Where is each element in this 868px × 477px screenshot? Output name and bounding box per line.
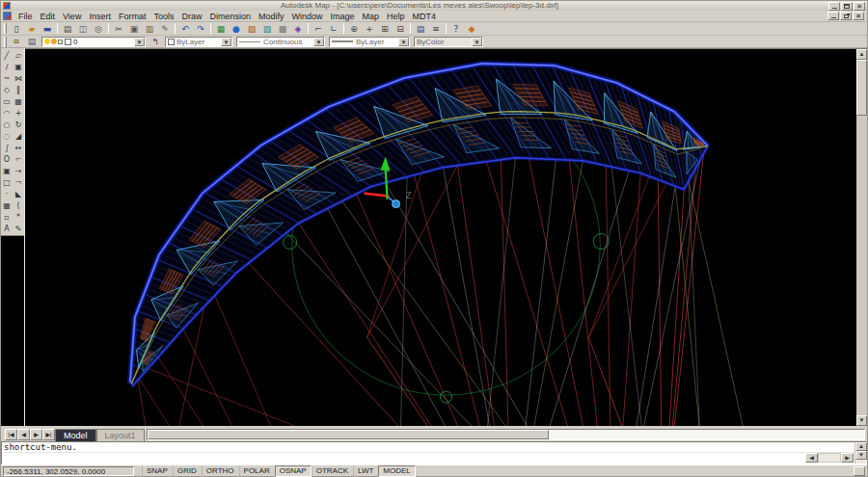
trim-button[interactable]: ⌐ (13, 153, 24, 165)
menu-help[interactable]: Help (383, 11, 409, 22)
menu-dimension[interactable]: Dimension (205, 11, 255, 22)
tab-next-button[interactable]: ▶ (30, 429, 42, 440)
status-toggle-model[interactable]: MODEL (378, 465, 415, 477)
map-query-define-button[interactable]: ▨ (244, 23, 259, 35)
layers-button[interactable]: ≡ (9, 36, 24, 47)
status-toggle-osnap[interactable]: OSNAP (275, 465, 312, 477)
menu-window[interactable]: Window (288, 11, 327, 22)
make-layer-current-button[interactable]: ↰ (148, 36, 163, 47)
menu-mdt4[interactable]: MDT4 (409, 11, 441, 22)
stretch-button[interactable]: ↔ (13, 142, 24, 153)
status-toggle-polar[interactable]: POLAR (239, 465, 275, 477)
help-button[interactable]: ? (448, 23, 464, 35)
construction-line-button[interactable]: ∕ (1, 61, 13, 72)
toolbar-grip[interactable] (4, 37, 7, 47)
rotate-button[interactable]: ↻ (13, 119, 24, 130)
menu-edit[interactable]: Edit (37, 11, 60, 22)
status-toggle-snap[interactable]: SNAP (142, 465, 173, 477)
command-horizontal-scrollbar[interactable]: ◀ ▶ (805, 453, 854, 463)
save-button[interactable]: ▬ (40, 23, 55, 35)
status-toggle-lwt[interactable]: LWT (353, 465, 378, 477)
ellipse-button[interactable]: O (1, 153, 13, 165)
menu-view[interactable]: View (59, 11, 85, 22)
zoom-previous-button[interactable]: ⊟ (393, 23, 408, 35)
circle-button[interactable]: ○ (1, 119, 13, 130)
find-button[interactable]: ◎ (91, 23, 106, 35)
mirror-button[interactable]: ⋈ (13, 72, 24, 84)
map-show-all-button[interactable]: ◈ (290, 23, 306, 35)
explode-button[interactable]: * (13, 211, 24, 223)
menu-tools[interactable]: Tools (149, 11, 177, 22)
move-button[interactable]: + (13, 107, 24, 119)
close-button[interactable]: × (854, 2, 865, 11)
polygon-button[interactable]: ◇ (1, 84, 13, 95)
mdi-minimize-button[interactable] (827, 12, 839, 20)
extend-button[interactable]: → (13, 165, 24, 176)
command-scroll-up-icon[interactable]: ▲ (855, 442, 867, 451)
status-toggle-otrack[interactable]: OTRACK (312, 465, 353, 477)
command-window[interactable]: shortcut-menu. ▲ ▼ ◀ ▶ (1, 441, 867, 464)
polyline-button[interactable]: ~ (1, 72, 13, 84)
match-properties-button[interactable]: ✎ (157, 23, 173, 35)
command-scroll-right-icon[interactable]: ▶ (841, 453, 854, 463)
undo-button[interactable]: ↶ (177, 23, 193, 35)
copy-button[interactable]: ▣ (126, 23, 142, 35)
about-map-button[interactable]: ◆ (464, 23, 479, 35)
linetype-combo[interactable]: Continuous ▼ (236, 37, 325, 47)
layer-states-button[interactable]: ▤ (24, 36, 40, 47)
mdi-close-button[interactable]: × (853, 12, 864, 20)
maximize-button[interactable] (841, 2, 853, 11)
erase-button[interactable]: ▱ (13, 49, 24, 61)
print-button[interactable]: ▤ (60, 23, 75, 35)
canvas-horizontal-scrollbar[interactable] (147, 429, 865, 440)
drawing-canvas[interactable]: Z (25, 48, 856, 426)
hscroll-thumb[interactable] (148, 430, 549, 439)
cut-button[interactable]: ✂ (111, 23, 126, 35)
mdi-restore-button[interactable] (840, 12, 852, 20)
digitize-button[interactable]: ⌐ (311, 23, 326, 35)
tab-previous-button[interactable]: ◀ (17, 429, 30, 440)
insert-block-button[interactable]: ▣ (1, 165, 13, 176)
tab-model[interactable]: Model (55, 429, 96, 441)
menu-format[interactable]: Format (115, 11, 150, 22)
lineweight-combo[interactable]: ByLayer ▼ (329, 37, 410, 47)
ortho-snap-button[interactable]: ∟ (326, 23, 341, 35)
line-button[interactable]: ╱ (1, 49, 13, 61)
scale-button[interactable]: ◢ (13, 130, 24, 142)
minimize-button[interactable] (828, 2, 840, 11)
color-combo[interactable]: ByLayer ▼ (165, 37, 232, 47)
canvas-vertical-scrollbar[interactable]: ▲ ▼ (856, 48, 867, 426)
linetype-dropdown-icon[interactable]: ▼ (313, 38, 324, 46)
make-block-button[interactable]: □ (1, 176, 13, 188)
revision-cloud-button[interactable]: ◌ (1, 130, 13, 142)
status-toggle-ortho[interactable]: ORTHO (202, 465, 239, 477)
map-globe-button[interactable]: ● (229, 23, 244, 35)
zoom-window-button[interactable]: ⊞ (377, 23, 393, 35)
color-dropdown-icon[interactable]: ▼ (221, 38, 231, 46)
toolbar-grip[interactable] (4, 23, 7, 34)
zoom-realtime-button[interactable]: ⊕ (346, 23, 362, 35)
properties-button[interactable]: ▤ (413, 23, 428, 35)
menu-image[interactable]: Image (327, 11, 359, 22)
redo-button[interactable]: ↷ (193, 23, 208, 35)
status-toggle-grid[interactable]: GRID (173, 465, 202, 477)
command-scroll-left-icon[interactable]: ◀ (805, 453, 818, 463)
arc-button[interactable]: ◠ (1, 107, 13, 119)
dbconnect-button[interactable]: ≡ (428, 23, 444, 35)
chamfer-button[interactable]: ◣ (13, 188, 24, 199)
offset-button[interactable]: ‖ (13, 84, 24, 95)
menu-map[interactable]: Map (359, 11, 384, 22)
fillet-button[interactable]: ( (13, 199, 24, 211)
sketch-button[interactable]: ✎ (13, 223, 24, 234)
map-query-run-button[interactable]: ▧ (259, 23, 275, 35)
scroll-up-icon[interactable]: ▲ (856, 49, 867, 60)
hatch-button[interactable]: ▦ (1, 199, 13, 211)
array-button[interactable]: ▦ (13, 95, 24, 107)
tab-first-button[interactable]: |◀ (5, 429, 17, 440)
menu-insert[interactable]: Insert (85, 11, 115, 22)
lineweight-dropdown-icon[interactable]: ▼ (398, 38, 409, 46)
print-preview-button[interactable]: ◫ (75, 23, 91, 35)
copy-object-button[interactable]: ▣ (13, 61, 24, 72)
multiline-text-button[interactable]: A (1, 223, 13, 234)
command-input-line[interactable] (4, 453, 854, 464)
